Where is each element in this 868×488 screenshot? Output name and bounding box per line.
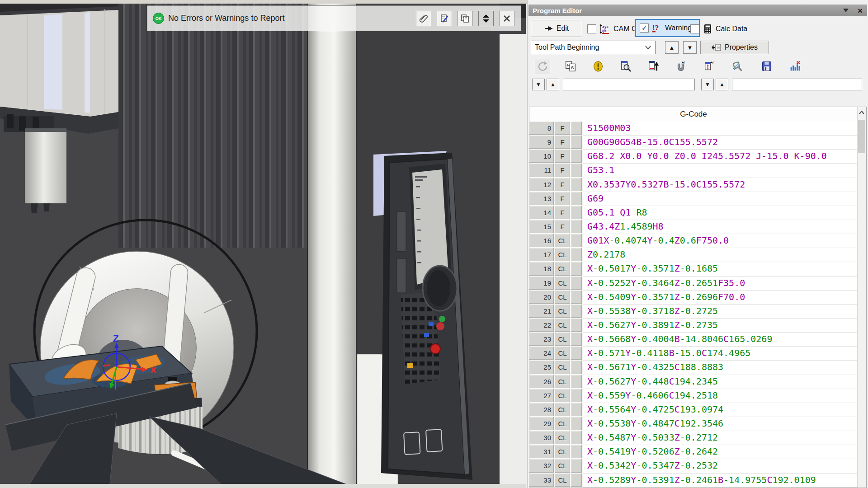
warnings-checkbox[interactable]: [640, 23, 649, 33]
gcode-row[interactable]: 11FG53.1: [529, 164, 858, 178]
properties-label: Properties: [725, 43, 758, 52]
gcode-line-flag-cell: [571, 389, 583, 403]
close-message-button[interactable]: [499, 11, 514, 26]
reset-button[interactable]: [535, 59, 550, 74]
jump-down-button[interactable]: ▼: [683, 41, 697, 54]
search-document-icon: [619, 60, 632, 73]
calc-data-checkbox[interactable]: [690, 24, 699, 33]
stats-chart-button[interactable]: [787, 59, 802, 74]
gcode-row[interactable]: 21CLX-0.5538Y-0.3718Z-0.2725: [529, 305, 858, 319]
gcode-row[interactable]: 24CLX-0.571Y-0.4118B-15.0C174.4965: [529, 347, 858, 361]
calc-data-toggle[interactable]: Calc Data: [687, 20, 751, 38]
gcode-row[interactable]: 16CLG01X-0.4074Y-0.4Z0.6F750.0: [529, 234, 858, 248]
x-axis-label: X: [150, 365, 156, 375]
gcode-line-number: 12: [529, 178, 555, 192]
gcode-row[interactable]: 10FG68.2 X0.0 Y0.0 Z0.0 I245.5572 J-15.0…: [529, 150, 858, 164]
gcode-row[interactable]: 18CLX-0.5017Y-0.3571Z-0.1685: [529, 262, 858, 276]
gcode-line-flag-cell: [571, 319, 583, 333]
fs-pages-icon: F S: [564, 60, 577, 73]
attach-button[interactable]: [416, 11, 431, 26]
gcode-line-text: X-0.5668Y-0.4004B-14.8046C165.0269: [583, 333, 858, 347]
copy-report-button[interactable]: [458, 11, 473, 26]
save-button[interactable]: [759, 59, 774, 74]
edit-button[interactable]: Edit: [531, 20, 582, 37]
gcode-row[interactable]: 29CLX-0.5538Y-0.4847C192.3546: [529, 417, 858, 431]
chevron-down-icon: [645, 46, 651, 49]
warning-circle-button[interactable]: [590, 59, 606, 74]
gcode-row[interactable]: 22CLX-0.5627Y-0.3891Z-0.2735: [529, 319, 858, 333]
search-input-2[interactable]: [732, 79, 862, 90]
gcode-line-type: CL: [555, 248, 571, 262]
gcode-line-flag-cell: [571, 333, 583, 347]
jump-to-dropdown[interactable]: Tool Path Beginning: [531, 41, 656, 54]
gcode-row[interactable]: 9FG00G90G54B-15.0C155.5572: [529, 136, 858, 150]
gcode-row[interactable]: 27CLX-0.559Y-0.4606C194.2518: [529, 389, 858, 403]
gcode-line-type: CL: [555, 375, 571, 389]
edit-report-button[interactable]: [437, 11, 452, 26]
search1-up-button[interactable]: ▲: [547, 79, 559, 90]
scrollbar-thumb[interactable]: [858, 120, 865, 153]
search2-up-button[interactable]: ▲: [716, 79, 728, 90]
properties-button[interactable]: Properties: [700, 41, 769, 54]
cam-cl-checkbox[interactable]: [587, 24, 596, 33]
cam-cl-icon: xyz ijk: [599, 23, 611, 34]
gcode-line-text: X-0.5017Y-0.3571Z-0.1685: [583, 262, 858, 276]
emergency-stop-button: [430, 344, 440, 354]
gcode-line-type: F: [555, 150, 571, 164]
gcode-line-flag-cell: [571, 220, 583, 234]
gcode-line-text: X-0.5671Y-0.4325C188.8883: [583, 361, 858, 375]
gcode-line-flag-cell: [571, 445, 583, 459]
editor-icon-toolbar: F S: [528, 59, 868, 76]
close-panel-icon[interactable]: ×: [858, 6, 863, 15]
document-plusminus-button[interactable]: +/-: [702, 59, 717, 74]
gcode-row[interactable]: 30CLX-0.5487Y-0.5033Z-0.2712: [529, 431, 858, 445]
gcode-scrollbar[interactable]: [857, 107, 866, 488]
gcode-line-type: F: [555, 206, 571, 220]
gcode-row[interactable]: 26CLX-0.5627Y-0.448C194.2345: [529, 375, 858, 389]
scrollbar-up-arrow[interactable]: [858, 108, 865, 117]
gcode-line-flag-cell: [571, 347, 583, 361]
gcode-line-type: CL: [555, 333, 571, 347]
status-message-text: No Errors or Warnings to Report: [168, 14, 284, 23]
gcode-line-flag-cell: [571, 192, 583, 206]
fs-pages-button[interactable]: F S: [563, 59, 578, 74]
gcode-row[interactable]: 12FX0.3537Y0.5327B-15.0C155.5572: [529, 178, 858, 192]
goto-top-button[interactable]: [646, 59, 661, 74]
gcode-row[interactable]: 17CLZ0.2178: [529, 248, 858, 262]
gcode-line-number: 28: [529, 403, 555, 417]
search2-down-button[interactable]: ▼: [701, 79, 714, 90]
search-toolbar: ▼ ▲ ▼ ▲: [528, 79, 868, 92]
gcode-row[interactable]: 28CLX-0.5564Y-0.4725C193.0974: [529, 403, 858, 417]
gcode-row[interactable]: 20CLX-0.5409Y-0.3571Z-0.2696F70.0: [529, 291, 858, 305]
collapse-panel-icon[interactable]: [843, 9, 849, 12]
gcode-row[interactable]: 15FG43.4Z1.4589H8: [529, 220, 858, 234]
machine-3d-viewport[interactable]: Z X: [0, 0, 526, 488]
gcode-row[interactable]: 14FG05.1 Q1 R8: [529, 206, 858, 220]
properties-icon: [712, 43, 722, 52]
search-document-button[interactable]: [618, 59, 633, 74]
gcode-row[interactable]: 31CLX-0.5419Y-0.5206Z-0.2642: [529, 445, 858, 459]
gcode-line-type: F: [555, 220, 571, 234]
gcode-line-number: 26: [529, 375, 555, 389]
expand-collapse-button[interactable]: [478, 11, 494, 26]
gcode-row[interactable]: 33CLX-0.5289Y-0.5391Z-0.2461B-14.9755C19…: [529, 474, 858, 488]
copy-report-icon: [460, 14, 470, 23]
u-plusminus-button[interactable]: +/-: [674, 59, 689, 74]
gcode-row[interactable]: 23CLX-0.5668Y-0.4004B-14.8046C165.0269: [529, 333, 858, 347]
gcode-line-number: 30: [529, 431, 555, 445]
measure-search-button[interactable]: [729, 59, 745, 74]
gcode-row[interactable]: 32CLX-0.5342Y-0.5347Z-0.2532: [529, 459, 858, 473]
machine-column: [307, 4, 356, 488]
gcode-line-type: CL: [555, 431, 571, 445]
yellow-key: [407, 363, 413, 368]
gcode-row[interactable]: 13FG69: [529, 192, 858, 206]
jump-up-button[interactable]: ▲: [665, 41, 679, 54]
search-input-1[interactable]: [563, 79, 695, 90]
gcode-row[interactable]: 8FS1500M03: [529, 122, 858, 136]
gcode-row[interactable]: 19CLX-0.5252Y-0.3464Z-0.2651F35.0: [529, 277, 858, 291]
search1-down-button[interactable]: ▼: [532, 79, 545, 90]
gcode-row[interactable]: 25CLX-0.5671Y-0.4325C188.8883: [529, 361, 858, 375]
gcode-line-type: F: [555, 192, 571, 206]
gcode-line-flag-cell: [571, 277, 583, 291]
gcode-line-text: G68.2 X0.0 Y0.0 Z0.0 I245.5572 J-15.0 K-…: [583, 150, 858, 164]
